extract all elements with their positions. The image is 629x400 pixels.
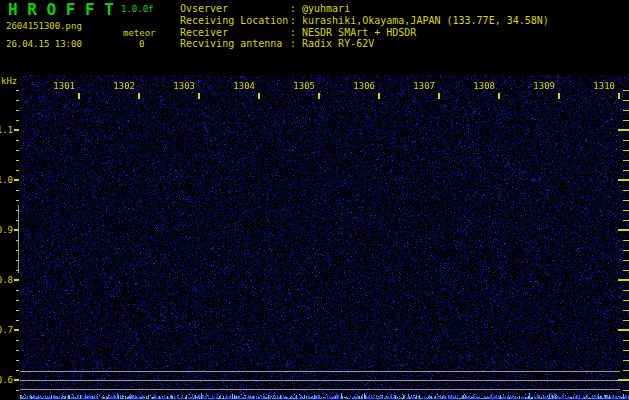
station-info-row: Receiving Location:kurashiki,Okayama,JAP…	[180, 15, 549, 27]
axis-tick	[16, 140, 19, 141]
station-info-value: kurashiki,Okayama,JAPAN (133.77E, 34.58N…	[302, 15, 549, 27]
axis-tick	[16, 110, 19, 111]
hrofft-output-screen: H R O F F T 1.0.0f 2604151300.png meteor…	[0, 0, 629, 400]
axis-tick	[78, 93, 80, 99]
station-info-label: Ovserver	[180, 3, 290, 15]
axis-tick	[14, 179, 19, 181]
axis-tick	[623, 370, 629, 371]
mode-label: meteor	[123, 28, 156, 39]
axis-tick	[16, 120, 19, 121]
axis-tick	[623, 140, 629, 141]
axis-tick	[16, 100, 19, 101]
station-info-row: Recviving antenna:Radix RY-62V	[180, 38, 374, 50]
axis-tick	[618, 279, 629, 281]
detection-band-marker	[18, 205, 19, 273]
station-info-separator: :	[290, 27, 302, 39]
axis-tick	[623, 290, 629, 291]
datetime-label: 26.04.15 13:00	[6, 39, 82, 50]
time-tick-label: 1308	[465, 81, 495, 91]
time-tick-label: 1302	[105, 81, 135, 91]
station-info-row: Ovserver:@yuhmari	[180, 3, 350, 15]
time-tick-label: 1307	[405, 81, 435, 91]
app-version: 1.0.0f	[121, 4, 154, 15]
axis-tick	[14, 329, 19, 331]
axis-tick	[623, 110, 629, 111]
axis-tick	[623, 250, 629, 251]
axis-tick	[16, 340, 19, 341]
axis-tick	[623, 100, 629, 101]
axis-tick	[623, 340, 629, 341]
station-info-value: Radix RY-62V	[302, 38, 374, 50]
axis-tick	[16, 360, 19, 361]
axis-tick	[618, 229, 629, 231]
axis-tick	[498, 93, 500, 99]
axis-tick	[623, 220, 629, 221]
time-tick-label: 1303	[165, 81, 195, 91]
axis-tick	[16, 160, 19, 161]
freq-tick-label: 1.1	[0, 125, 13, 135]
axis-tick	[623, 200, 629, 201]
axis-tick	[438, 93, 440, 99]
axis-tick	[623, 190, 629, 191]
axis-tick	[618, 329, 629, 331]
axis-tick	[623, 150, 629, 151]
axis-tick	[16, 390, 19, 391]
axis-tick	[623, 320, 629, 321]
axis-tick	[623, 170, 629, 171]
time-tick-label: 1301	[45, 81, 75, 91]
station-info-value: @yuhmari	[302, 3, 350, 15]
axis-tick	[16, 320, 19, 321]
axis-tick	[623, 90, 629, 91]
time-tick-label: 1309	[525, 81, 555, 91]
axis-tick	[14, 279, 19, 281]
axis-tick	[16, 310, 19, 311]
time-tick-label: 1304	[225, 81, 255, 91]
axis-tick	[16, 300, 19, 301]
axis-tick	[16, 150, 19, 151]
axis-tick	[623, 390, 629, 391]
axis-tick	[618, 379, 629, 381]
meteor-count-value: 0	[139, 39, 144, 50]
axis-tick	[623, 160, 629, 161]
freq-axis-unit-label: kHz	[1, 76, 17, 86]
axis-tick	[16, 370, 19, 371]
axis-tick	[16, 190, 19, 191]
axis-tick	[318, 93, 320, 99]
station-info-separator: :	[290, 38, 302, 50]
app-title: H R O F F T	[8, 2, 114, 18]
axis-tick	[623, 310, 629, 311]
axis-tick	[623, 360, 629, 361]
axis-tick	[623, 120, 629, 121]
station-info-label: Receiving Location	[180, 15, 290, 27]
axis-tick	[14, 379, 19, 381]
station-info-value: NESDR SMArt + HDSDR	[302, 27, 416, 39]
axis-tick	[558, 93, 560, 99]
axis-tick	[623, 260, 629, 261]
freq-tick-label: 0.8	[0, 275, 13, 285]
axis-tick	[623, 270, 629, 271]
freq-tick-label: 0.9	[0, 225, 13, 235]
axis-tick	[138, 93, 140, 99]
axis-tick	[378, 93, 380, 99]
axis-tick	[14, 129, 19, 131]
axis-tick	[16, 170, 19, 171]
station-info-separator: :	[290, 15, 302, 27]
freq-tick-label: 0.6	[0, 375, 13, 385]
axis-tick	[618, 179, 629, 181]
station-info-separator: :	[290, 3, 302, 15]
axis-tick	[16, 90, 19, 91]
axis-tick	[16, 350, 19, 351]
station-info-row: Receiver:NESDR SMArt + HDSDR	[180, 27, 416, 39]
station-info-label: Recviving antenna	[180, 38, 290, 50]
axis-tick	[258, 93, 260, 99]
axis-tick	[623, 350, 629, 351]
axis-tick	[198, 93, 200, 99]
time-tick-label: 1305	[285, 81, 315, 91]
station-info-label: Receiver	[180, 27, 290, 39]
time-tick-label: 1306	[345, 81, 375, 91]
axis-tick	[16, 200, 19, 201]
freq-tick-label: 1.0	[0, 175, 13, 185]
axis-tick	[618, 129, 629, 131]
axis-tick	[623, 240, 629, 241]
freq-tick-label: 0.7	[0, 325, 13, 335]
